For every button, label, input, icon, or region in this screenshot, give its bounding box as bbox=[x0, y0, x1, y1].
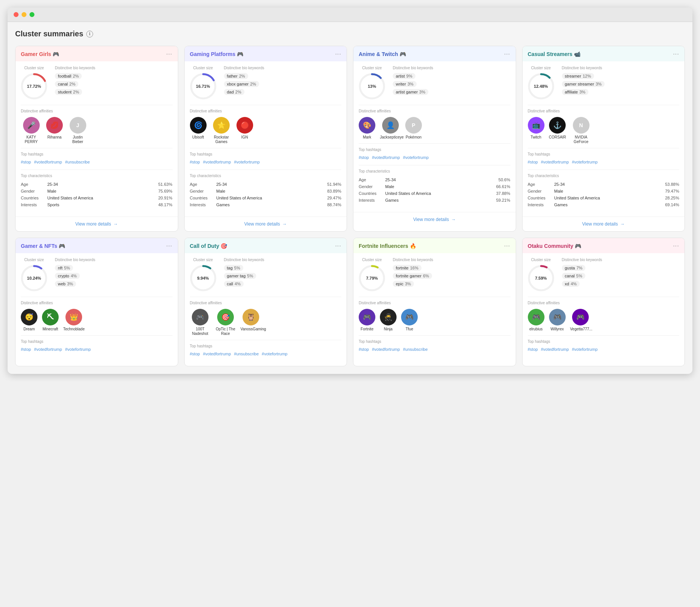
hashtag[interactable]: #stop bbox=[21, 347, 31, 352]
more-options-icon[interactable]: ··· bbox=[166, 243, 172, 249]
hashtag[interactable]: #votedfortrump bbox=[203, 352, 231, 356]
affinity-name: VanossGaming bbox=[241, 327, 261, 332]
affinity-item[interactable]: 🎮 Vegetta777... bbox=[570, 309, 591, 332]
affinity-item[interactable]: 🦉 VanossGaming bbox=[241, 309, 261, 336]
more-options-icon[interactable]: ··· bbox=[504, 243, 510, 249]
hashtags-label: Top hashtags bbox=[190, 152, 342, 156]
affinity-item[interactable]: J Justin Bieber bbox=[67, 117, 88, 144]
cluster-size-row: Cluster size 7.59% Distinctive bio keywo… bbox=[528, 258, 680, 291]
affinity-item[interactable]: 😴 Dream bbox=[21, 309, 37, 332]
donut-label: 7.79% bbox=[366, 276, 378, 280]
keyword-tag: dad 2% bbox=[224, 89, 244, 95]
card-body: Cluster size 7.59% Distinctive bio keywo… bbox=[523, 253, 685, 361]
affinity-item[interactable]: 🔴 IGN bbox=[236, 117, 253, 144]
hashtag[interactable]: #votedfortrump bbox=[34, 160, 62, 164]
characteristics-label: Top characteristics bbox=[359, 169, 510, 173]
view-more-button[interactable]: View more details → bbox=[185, 216, 347, 231]
hashtag[interactable]: #unsubscribe bbox=[403, 347, 428, 352]
cluster-size-section: Cluster size 17.72% bbox=[21, 66, 47, 100]
arrow-icon: → bbox=[620, 221, 625, 227]
affinity-item[interactable]: 🥷 Ninja bbox=[380, 309, 397, 332]
hashtag[interactable]: #votefortrump bbox=[572, 347, 597, 352]
hashtags-label: Top hashtags bbox=[21, 339, 173, 344]
minimize-button[interactable] bbox=[22, 12, 26, 17]
affinity-item[interactable]: ⭐ Rockstar Games bbox=[211, 117, 232, 144]
characteristics-table: Age 25-34 51.63% Gender Male 75.69% Coun… bbox=[21, 181, 173, 208]
info-icon[interactable]: ℹ bbox=[86, 31, 93, 37]
affinity-item[interactable]: 👤 Jacksepticeye bbox=[380, 117, 401, 140]
affinity-item[interactable]: 🎮 Willyrex bbox=[549, 309, 566, 332]
more-options-icon[interactable]: ··· bbox=[335, 243, 341, 249]
view-more-button[interactable]: View more details → bbox=[353, 212, 516, 227]
hashtag[interactable]: #votedfortrump bbox=[541, 160, 569, 164]
view-more-button[interactable]: View more details → bbox=[16, 216, 178, 231]
affinity-item[interactable]: 🎮 Fortnite bbox=[359, 309, 375, 332]
more-options-icon[interactable]: ··· bbox=[504, 51, 510, 58]
affinities-label: Distinctive affinities bbox=[190, 109, 342, 113]
affinity-item[interactable]: ⛏ Minecraft bbox=[42, 309, 59, 332]
more-options-icon[interactable]: ··· bbox=[673, 243, 679, 249]
hashtag[interactable]: #unsubscribe bbox=[234, 352, 258, 356]
keyword-tag: artist 9% bbox=[393, 73, 415, 79]
affinities-label: Distinctive affinities bbox=[528, 109, 680, 113]
hashtag[interactable]: #votedfortrump bbox=[372, 155, 400, 160]
bio-keywords-section: Distinctive bio keywords gusta 7% canal … bbox=[562, 258, 680, 291]
affinity-item[interactable]: 💋 Rihanna bbox=[46, 117, 63, 144]
affinity-item[interactable]: 🎮 Tfue bbox=[401, 309, 418, 332]
maximize-button[interactable] bbox=[30, 12, 34, 17]
affinities-row: 🎤 KATY PERRY 💋 Rihanna J Justin Bieber bbox=[21, 117, 173, 144]
affinity-item[interactable]: 🌀 Ubisoft bbox=[190, 117, 207, 144]
affinity-item[interactable]: 🎯 OpTic | The Race bbox=[215, 309, 236, 336]
hashtag[interactable]: #stop bbox=[21, 160, 31, 164]
hashtags-section: Top hashtags #stop#votedfortrump#unsubsc… bbox=[21, 152, 173, 166]
hashtag[interactable]: #votedfortrump bbox=[372, 347, 400, 352]
cluster-size-label: Cluster size bbox=[531, 66, 551, 70]
affinity-item[interactable]: 🎮 100T Nadeshot bbox=[190, 309, 211, 336]
cluster-size-section: Cluster size 10.24% bbox=[21, 258, 47, 291]
hashtag[interactable]: #stop bbox=[190, 352, 200, 356]
hashtag[interactable]: #votedfortrump bbox=[203, 160, 231, 164]
affinity-name: Pokémon bbox=[406, 135, 422, 140]
donut-label: 17.72% bbox=[27, 84, 41, 89]
hashtag[interactable]: #votefortrump bbox=[234, 160, 260, 164]
char-row: Countries United States of America 37.88… bbox=[359, 190, 510, 197]
cluster-size-label: Cluster size bbox=[193, 66, 213, 70]
hashtag[interactable]: #votefortrump bbox=[403, 155, 429, 160]
char-row: Interests Games 88.74% bbox=[190, 201, 342, 208]
affinity-item[interactable]: P Pokémon bbox=[405, 117, 422, 140]
hashtags-label: Top hashtags bbox=[21, 152, 173, 156]
close-button[interactable] bbox=[14, 12, 19, 17]
hashtag[interactable]: #votefortrump bbox=[262, 352, 288, 356]
char-row: Interests Games 59.21% bbox=[359, 197, 510, 204]
hashtags-section: Top hashtags #stop#votedfortrump#votefor… bbox=[528, 152, 680, 166]
donut-chart: 9.94% bbox=[190, 265, 216, 291]
hashtag[interactable]: #votefortrump bbox=[572, 160, 597, 164]
more-options-icon[interactable]: ··· bbox=[335, 51, 341, 58]
view-more-button[interactable]: View more details → bbox=[523, 216, 685, 231]
affinity-item[interactable]: ⚓ CORSAIR bbox=[549, 117, 566, 144]
hashtag[interactable]: #stop bbox=[359, 347, 369, 352]
hashtag[interactable]: #votefortrump bbox=[65, 347, 91, 352]
hashtags-label: Top hashtags bbox=[528, 339, 680, 344]
hashtag[interactable]: #stop bbox=[190, 160, 200, 164]
affinities-row: 😴 Dream ⛏ Minecraft 👑 Technoblade bbox=[21, 309, 173, 332]
hashtag[interactable]: #votedfortrump bbox=[541, 347, 569, 352]
affinity-item[interactable]: 🎨 Mark bbox=[359, 117, 375, 140]
affinity-item[interactable]: 👑 Technoblade bbox=[63, 309, 84, 332]
more-options-icon[interactable]: ··· bbox=[673, 51, 679, 58]
hashtag[interactable]: #stop bbox=[528, 160, 538, 164]
more-options-icon[interactable]: ··· bbox=[166, 51, 172, 58]
affinity-item[interactable]: N NVIDIA GeForce bbox=[571, 117, 591, 144]
hashtag[interactable]: #unsubscribe bbox=[65, 160, 90, 164]
card-title: Gaming Platforms 🎮 bbox=[190, 51, 243, 57]
affinity-item[interactable]: 🎤 KATY PERRY bbox=[21, 117, 42, 144]
affinity-item[interactable]: 📺 Twitch bbox=[528, 117, 544, 144]
affinity-item[interactable]: 🎮 elrubius bbox=[528, 309, 544, 332]
hashtag[interactable]: #votedfortrump bbox=[34, 347, 62, 352]
hashtag[interactable]: #stop bbox=[359, 155, 369, 160]
affinity-name: Fortnite bbox=[361, 327, 373, 332]
card-body: Cluster size 10.24% Distinctive bio keyw… bbox=[16, 253, 178, 361]
card-header: Fortnite Influencers 🔥 ··· bbox=[353, 238, 516, 253]
hashtag[interactable]: #stop bbox=[528, 347, 538, 352]
donut-chart: 17.72% bbox=[21, 73, 47, 100]
